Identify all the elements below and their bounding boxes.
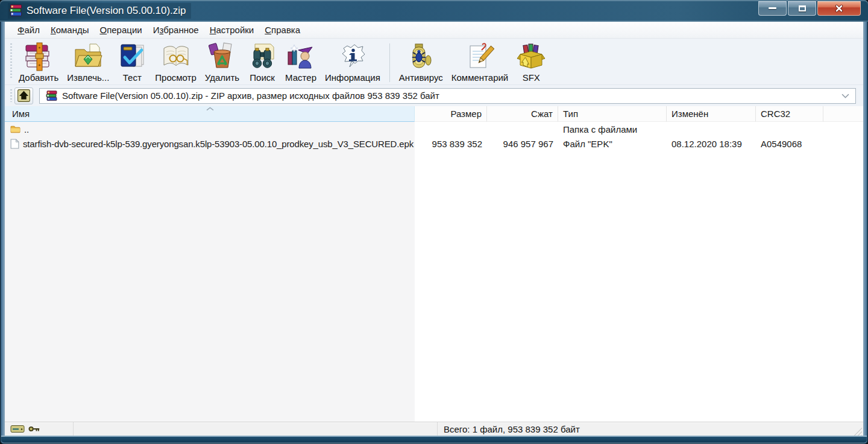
search-icon xyxy=(248,42,277,71)
menu-options[interactable]: Настройки xyxy=(204,23,260,37)
column-header-size[interactable]: Размер xyxy=(415,106,487,122)
test-icon xyxy=(118,42,146,71)
folder-icon xyxy=(10,125,20,134)
close-icon xyxy=(835,4,843,13)
resize-grip[interactable] xyxy=(854,427,862,436)
delete-button[interactable]: Удалить xyxy=(201,41,244,84)
status-bar: Всего: 1 файл, 953 839 352 байт xyxy=(5,422,863,436)
sfx-icon xyxy=(517,42,546,71)
toolbar-label: SFX xyxy=(523,72,540,83)
maximize-button[interactable] xyxy=(788,1,816,16)
wizard-button[interactable]: Мастер xyxy=(281,41,321,84)
disk-drive-icon[interactable] xyxy=(10,425,25,433)
window-controls xyxy=(757,1,861,16)
toolbar-label: Антивирус xyxy=(399,72,443,83)
info-icon xyxy=(338,42,367,71)
file-type: Файл "EPK" xyxy=(558,139,667,149)
antivirus-icon xyxy=(406,42,435,71)
toolbar-label: Просмотр xyxy=(155,72,197,83)
column-headers: Имя Размер Сжат Тип Изменён CRC32 xyxy=(5,106,863,122)
file-modified: 08.12.2020 18:39 xyxy=(667,139,756,149)
info-button[interactable]: Информация xyxy=(321,41,385,84)
table-row-epk-file[interactable]: starfish-dvb-secured-k5lp-539.gyeryongsa… xyxy=(5,136,863,151)
menu-bar: Файл Команды Операции Избранное Настройк… xyxy=(5,22,863,39)
key-icon[interactable] xyxy=(28,425,40,433)
toolbar-label: Удалить xyxy=(205,72,239,83)
file-name: starfish-dvb-secured-k5lp-539.gyeryongsa… xyxy=(23,139,414,149)
close-button[interactable] xyxy=(817,1,861,16)
comment-button[interactable]: Комментарий xyxy=(447,41,512,84)
title-bar: Software File(Version 05.00.10).zip xyxy=(0,0,868,22)
chevron-down-icon[interactable] xyxy=(841,94,849,98)
add-archive-icon xyxy=(24,42,53,71)
column-header-crc32[interactable]: CRC32 xyxy=(756,106,823,122)
column-header-packed[interactable]: Сжат xyxy=(487,106,558,122)
toolbar-label: Извлечь... xyxy=(67,72,109,83)
file-crc32: A0549068 xyxy=(756,139,823,149)
archive-path-combobox[interactable]: Software File(Version 05.00.10).zip - ZI… xyxy=(39,88,856,104)
up-one-level-button[interactable] xyxy=(14,87,33,104)
file-name: .. xyxy=(24,124,29,135)
sfx-button[interactable]: SFX xyxy=(512,41,550,84)
search-button[interactable]: Поиск xyxy=(244,41,281,84)
status-total-text: Всего: 1 файл, 953 839 352 байт xyxy=(438,424,854,434)
toolbar-label: Информация xyxy=(325,72,380,83)
menu-help[interactable]: Справка xyxy=(259,23,306,37)
view-icon xyxy=(162,42,190,71)
client-area: Файл Команды Операции Избранное Настройк… xyxy=(5,22,863,436)
antivirus-button[interactable]: Антивирус xyxy=(395,41,447,84)
folder-up-icon xyxy=(17,89,30,102)
archive-icon xyxy=(46,90,58,101)
winrar-window: Software File(Version 05.00.10).zip Файл… xyxy=(0,0,868,444)
column-header-filler xyxy=(823,106,863,122)
file-icon xyxy=(10,139,19,149)
table-row-parent-dir[interactable]: .. Папка с файлами xyxy=(5,122,863,136)
toolbar-label: Поиск xyxy=(250,72,275,83)
file-list-body[interactable]: .. Папка с файлами starfish-dvb-secur xyxy=(5,122,863,422)
minimize-icon xyxy=(769,7,776,9)
sort-ascending-icon xyxy=(206,107,214,111)
menu-commands[interactable]: Команды xyxy=(45,23,95,37)
toolbar-label: Тест xyxy=(123,72,142,83)
status-icons-panel xyxy=(5,422,74,436)
toolbar: Добавить Извлечь... xyxy=(5,39,863,84)
file-type: Папка с файлами xyxy=(558,124,667,135)
toolbar-label: Добавить xyxy=(19,72,58,83)
delete-icon xyxy=(207,42,236,71)
address-bar: Software File(Version 05.00.10).zip - ZI… xyxy=(5,84,863,106)
file-list: Имя Размер Сжат Тип Изменён CRC32 xyxy=(5,106,863,422)
column-header-type[interactable]: Тип xyxy=(558,106,667,122)
toolbar-label: Мастер xyxy=(285,72,316,83)
add-button[interactable]: Добавить xyxy=(14,41,63,84)
winrar-app-icon xyxy=(9,4,23,17)
menu-file[interactable]: Файл xyxy=(12,23,45,37)
extract-icon xyxy=(74,42,102,71)
comment-icon xyxy=(465,42,494,71)
menu-operations[interactable]: Операции xyxy=(94,23,147,37)
wizard-icon xyxy=(286,42,315,71)
file-size: 953 839 352 xyxy=(415,139,487,149)
menu-favorites[interactable]: Избранное xyxy=(148,23,204,37)
window-bottom-frame xyxy=(1,436,867,443)
test-button[interactable]: Тест xyxy=(113,41,151,84)
maximize-icon xyxy=(799,5,806,11)
archive-path-text: Software File(Version 05.00.10).zip - ZI… xyxy=(62,90,439,101)
minimize-button[interactable] xyxy=(758,1,787,16)
file-packed: 946 957 967 xyxy=(487,139,558,149)
toolbar-label: Комментарий xyxy=(451,72,508,83)
status-middle-panel xyxy=(74,422,438,436)
extract-button[interactable]: Извлечь... xyxy=(63,41,113,84)
title-group: Software File(Version 05.00.10).zip xyxy=(8,3,191,19)
view-button[interactable]: Просмотр xyxy=(151,41,201,84)
column-header-modified[interactable]: Изменён xyxy=(667,106,756,122)
toolbar-separator xyxy=(389,43,390,82)
window-title: Software File(Version 05.00.10).zip xyxy=(27,5,186,17)
